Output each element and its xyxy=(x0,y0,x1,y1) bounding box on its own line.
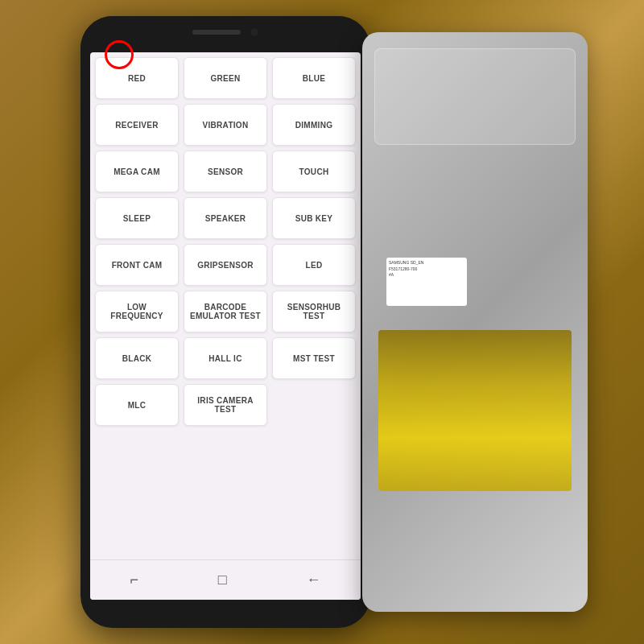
back-icon[interactable]: ← xyxy=(307,572,321,588)
btn-black[interactable]: BLACK xyxy=(95,337,179,379)
home-icon[interactable]: □ xyxy=(218,572,227,588)
btn-red[interactable]: RED xyxy=(95,57,179,99)
btn-mega-cam[interactable]: MEGA CAM xyxy=(95,151,179,192)
speaker-bar xyxy=(192,30,241,35)
label-sticker: SAMSUNG SD_EN F53171280-700 #A xyxy=(386,258,467,306)
btn-front-cam[interactable]: FRONT CAM xyxy=(95,244,179,286)
recent-apps-icon[interactable]: ⌐ xyxy=(130,572,138,588)
btn-vibration[interactable]: VIBRATION xyxy=(184,104,267,146)
phone-back-frame: SAMSUNG SD_EN F53171280-700 #A xyxy=(362,32,588,612)
test-menu-grid: RED GREEN BLUE RECEIVER VIBRATION DIMMIN… xyxy=(90,52,361,559)
btn-touch[interactable]: TOUCH xyxy=(272,151,356,192)
btn-sleep[interactable]: SLEEP xyxy=(95,197,179,239)
phone-front: RED GREEN BLUE RECEIVER VIBRATION DIMMIN… xyxy=(80,16,370,628)
btn-barcode-emulator-test[interactable]: BARCODE EMULATOR TEST xyxy=(184,291,267,332)
btn-empty xyxy=(272,384,356,426)
btn-sub-key[interactable]: SUB KEY xyxy=(272,197,356,239)
btn-hall-ic[interactable]: HALL IC xyxy=(184,337,267,379)
flex-cable xyxy=(378,330,572,491)
btn-sensor[interactable]: SENSOR xyxy=(184,151,267,192)
btn-iris-camera-test[interactable]: IRIS CAMERA TEST xyxy=(184,384,267,426)
phone-top-bar xyxy=(80,16,370,48)
phone-screen: RED GREEN BLUE RECEIVER VIBRATION DIMMIN… xyxy=(90,52,361,600)
btn-dimming[interactable]: DIMMING xyxy=(272,104,356,146)
btn-receiver[interactable]: RECEIVER xyxy=(95,104,179,146)
btn-mlc[interactable]: MLC xyxy=(95,384,179,426)
button-grid: RED GREEN BLUE RECEIVER VIBRATION DIMMIN… xyxy=(95,57,356,426)
btn-speaker[interactable]: SPEAKER xyxy=(184,197,267,239)
btn-mst-test[interactable]: MST TEST xyxy=(272,337,356,379)
connector-area xyxy=(374,48,576,145)
btn-blue[interactable]: BLUE xyxy=(272,57,356,99)
front-camera xyxy=(250,28,258,36)
btn-green[interactable]: GREEN xyxy=(184,57,267,99)
navigation-bar: ⌐ □ ← xyxy=(90,559,361,600)
btn-sensorhub-test[interactable]: SENSORHUB TEST xyxy=(272,291,356,332)
btn-low-frequency[interactable]: LOW FREQUENCY xyxy=(95,291,179,332)
btn-led[interactable]: LED xyxy=(272,244,356,286)
btn-gripsensor[interactable]: GRIPSENSOR xyxy=(184,244,267,286)
